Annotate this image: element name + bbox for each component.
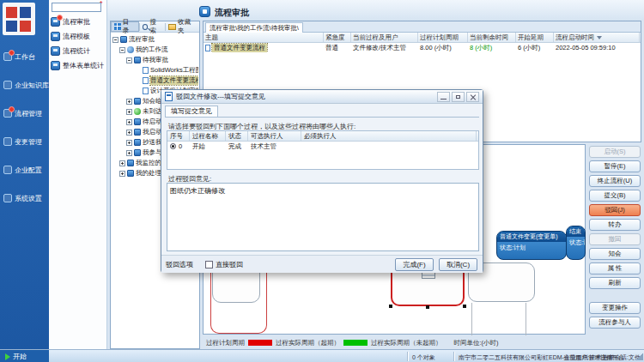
sidebar-item-label: 企业知识库 bbox=[15, 81, 49, 90]
tree-root-process-approval[interactable]: 流程审批 bbox=[112, 34, 198, 45]
row-radio[interactable] bbox=[170, 143, 176, 149]
column-state: 状态 bbox=[226, 131, 248, 141]
expand-icon[interactable] bbox=[126, 119, 132, 125]
node-title: 结束 bbox=[567, 226, 585, 237]
sort-arrow-icon bbox=[597, 36, 602, 39]
expand-icon[interactable] bbox=[126, 140, 132, 146]
action-submit-button[interactable]: 提交(B) bbox=[589, 190, 641, 202]
selection-handle[interactable] bbox=[463, 305, 466, 308]
search-icon bbox=[143, 24, 149, 30]
sidebar-item-process-management[interactable]: 流程管理 bbox=[0, 101, 49, 125]
sidebar-item-label: 变更管理 bbox=[15, 137, 42, 147]
sidebar-item-change-management[interactable]: 变更管理 bbox=[0, 130, 49, 154]
sidebar-item-system-settings[interactable]: 系统设置 bbox=[0, 186, 49, 210]
diagram-legend: 过程计划周期 过程实际周期（超期） 过程实际周期（未超期） 时间单位:(小时) bbox=[206, 337, 601, 348]
tree-toolbar: 目录 搜索 收藏夹 bbox=[111, 21, 199, 33]
launcher-item-process-approval[interactable]: 流程审批 bbox=[51, 15, 106, 28]
minimize-icon[interactable] bbox=[437, 92, 450, 102]
launcher-item-process-stats[interactable]: 流程统计 bbox=[51, 45, 106, 57]
action-transfer-button[interactable]: 转办 bbox=[589, 219, 641, 231]
legend-actual-overdue: 过程实际周期（超期） bbox=[276, 339, 340, 347]
action-participants-button[interactable]: 流程参与人 bbox=[589, 317, 641, 329]
launcher-item-label: 整体表单统计 bbox=[63, 61, 104, 70]
flow-node-change-order[interactable]: 普通文件变更(变更单) 状态:计划 bbox=[496, 231, 567, 260]
folder-icon bbox=[120, 36, 127, 43]
action-notify-button[interactable]: 知会 bbox=[589, 248, 641, 260]
action-properties-button[interactable]: 属 性 bbox=[589, 262, 641, 275]
start-button[interactable]: 开始 bbox=[0, 350, 49, 362]
expand-icon[interactable] bbox=[126, 130, 132, 136]
catalog-button[interactable]: 目录 bbox=[111, 21, 139, 32]
notification-badge bbox=[9, 106, 15, 112]
sidebar-item-workbench[interactable]: 工作台 bbox=[0, 45, 49, 69]
sidebar-item-label: 流程管理 bbox=[15, 109, 42, 118]
column-start-time[interactable]: 流程启动时间 bbox=[554, 33, 640, 42]
process-template-icon bbox=[51, 32, 60, 41]
maximize-icon[interactable] bbox=[452, 92, 465, 102]
column-optional-executor: 可选执行人 bbox=[248, 131, 301, 141]
status-sphere-icon bbox=[134, 108, 141, 115]
expand-icon[interactable] bbox=[126, 99, 132, 105]
launcher-search-input[interactable] bbox=[52, 3, 101, 12]
dialog-doc-icon bbox=[165, 92, 173, 101]
opinion-textarea[interactable]: 图纸仍未正确修改 bbox=[167, 183, 479, 251]
tab-pending-my-approval[interactable]: 流程审批\我的工作流\待我审批\ bbox=[205, 22, 303, 33]
tree-item-solidworks-flow[interactable]: SolidWorks工程图审批流程(1) bbox=[112, 65, 198, 75]
process-management-icon bbox=[3, 109, 12, 118]
flow-node-outline[interactable] bbox=[471, 303, 526, 335]
launcher-item-label: 流程统计 bbox=[63, 46, 90, 56]
column-subject[interactable]: 主题 bbox=[204, 33, 324, 42]
tree-item-normal-file-change-flow[interactable]: 普通文件变更流程(1) bbox=[112, 75, 198, 86]
column-urgency[interactable]: 紧急度 bbox=[324, 33, 351, 42]
action-terminate-button[interactable]: 终止流程(U) bbox=[589, 175, 641, 187]
legend-red-swatch bbox=[248, 340, 272, 346]
notification-badge bbox=[9, 50, 15, 56]
selection-handle[interactable] bbox=[389, 305, 392, 308]
document-icon bbox=[143, 87, 149, 94]
dialog-table-row[interactable]: 0 开始 完成 技术主管 bbox=[167, 142, 478, 151]
expand-icon[interactable] bbox=[126, 150, 132, 156]
favorites-button[interactable]: 收藏夹 bbox=[166, 21, 199, 32]
direct-reject-checkbox[interactable] bbox=[205, 261, 213, 268]
cancel-button[interactable]: 取消(C) bbox=[439, 258, 477, 271]
tree-item-my-workflow[interactable]: 我的工作流 bbox=[112, 45, 198, 55]
sidebar-item-enterprise-config[interactable]: 企业配置 bbox=[0, 158, 49, 182]
dialog-tab-submit-opinion[interactable]: 填写提交意见 bbox=[165, 106, 218, 117]
expand-icon[interactable] bbox=[119, 171, 125, 177]
dialog-process-table: 序号 过程名称 状态 可选执行人 必须执行人 0 开始 完成 技术主管 bbox=[167, 130, 479, 170]
launcher-item-label: 流程模板 bbox=[63, 32, 90, 41]
search-button[interactable]: 搜索 bbox=[140, 21, 166, 32]
legend-plan-period: 过程计划周期 bbox=[206, 339, 245, 347]
dialog-title: 驳回文件修改---填写提交意见 bbox=[176, 92, 435, 101]
expand-icon[interactable] bbox=[126, 109, 132, 115]
row-optional-executor: 技术主管 bbox=[248, 142, 301, 151]
collapse-icon[interactable] bbox=[112, 37, 118, 43]
column-remaining-time[interactable]: 当前剩余时间 bbox=[468, 33, 516, 42]
finish-button[interactable]: 完成(F) bbox=[395, 258, 434, 271]
sidebar-item-label: 企业配置 bbox=[15, 166, 42, 175]
column-current-process-user[interactable]: 当前过程及用户 bbox=[351, 33, 418, 42]
row-start-time: 2022-05-05 09:59:10 bbox=[554, 43, 640, 52]
clipboard-icon bbox=[134, 129, 141, 136]
close-icon[interactable] bbox=[466, 92, 479, 102]
sidebar-item-knowledge-base[interactable]: 企业知识库 bbox=[0, 73, 49, 97]
catalog-icon bbox=[114, 23, 121, 30]
tree-item-pending-my-approval[interactable]: 待我审批 bbox=[112, 55, 198, 65]
legend-time-unit: 时间单位:(小时) bbox=[454, 339, 499, 347]
collapse-icon[interactable] bbox=[119, 47, 125, 53]
action-pause-button[interactable]: 暂停(E) bbox=[589, 160, 641, 172]
action-change-operation-button[interactable]: 变更操作 bbox=[589, 302, 641, 314]
collapse-icon[interactable] bbox=[126, 57, 132, 63]
action-refresh-button[interactable]: 刷新 bbox=[589, 277, 641, 289]
expand-icon[interactable] bbox=[119, 160, 125, 166]
column-plan-period[interactable]: 过程计划周期 bbox=[418, 33, 468, 42]
selection-handle[interactable] bbox=[426, 305, 429, 309]
launcher-item-form-stats[interactable]: 整体表单统计 bbox=[51, 59, 106, 72]
launcher-item-process-template[interactable]: 流程模板 bbox=[51, 30, 106, 43]
table-row[interactable]: 普通文件变更流程 普通 文件修改/技术主管 8.00 (小时) 8 (小时) 6… bbox=[204, 43, 641, 52]
node-status: 状态:计划 bbox=[497, 242, 566, 254]
flow-node-end[interactable]: 结束 状态:计划 bbox=[566, 226, 586, 260]
clipboard-icon bbox=[134, 118, 141, 125]
action-reject-button[interactable]: 驳回(J) bbox=[589, 204, 641, 216]
column-start-delay[interactable]: 开始延期 bbox=[516, 33, 554, 42]
